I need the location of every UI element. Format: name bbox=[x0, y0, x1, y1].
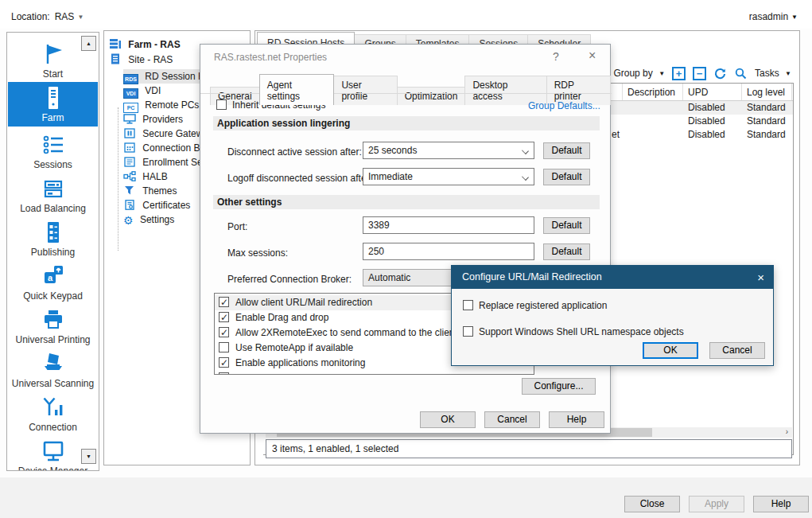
tree-item-label: Farm - RAS bbox=[128, 39, 180, 50]
log-level-cell: Standard bbox=[742, 128, 792, 142]
tab-user-profile[interactable]: User profile bbox=[333, 76, 397, 105]
default-button[interactable]: Default bbox=[543, 169, 590, 185]
tree-item-remote-pcs[interactable]: PC Remote PCs bbox=[123, 98, 199, 112]
scanner-icon bbox=[8, 351, 98, 376]
plus-icon[interactable]: + bbox=[672, 67, 686, 80]
checkbox-label: Support Windows Shell URL namespace obje… bbox=[479, 326, 684, 337]
dialog-title: Configure URL/Mail Redirection bbox=[462, 271, 602, 282]
tree-item-halb[interactable]: HALB bbox=[123, 169, 168, 184]
sidebar-item-quick-keypad[interactable]: a Quick Keypad bbox=[8, 260, 98, 304]
refresh-icon[interactable] bbox=[713, 67, 727, 80]
checkbox-icon[interactable] bbox=[219, 297, 229, 307]
enrollment-server-icon bbox=[123, 157, 136, 167]
ok-button[interactable]: OK bbox=[643, 342, 698, 359]
description-cell bbox=[623, 101, 683, 115]
tasks-dropdown[interactable]: Tasks ▼ bbox=[755, 68, 791, 79]
sidebar-item-label: Farm bbox=[8, 112, 98, 123]
user-menu[interactable]: rasadmin▼ bbox=[749, 11, 798, 22]
list-item-partial[interactable] bbox=[215, 371, 534, 375]
cancel-button[interactable]: Cancel bbox=[484, 411, 540, 428]
checkbox-icon[interactable] bbox=[463, 300, 473, 310]
tree-item-themes[interactable]: Themes bbox=[123, 184, 177, 198]
connection-broker-icon bbox=[123, 142, 136, 153]
sessions-list-icon bbox=[8, 132, 98, 158]
tab-agent-settings[interactable]: Agent settings bbox=[259, 74, 335, 105]
sidebar-item-label: Sessions bbox=[8, 159, 98, 170]
tree-item-certificates[interactable]: Certificates bbox=[123, 198, 190, 212]
scroll-right-icon[interactable]: › bbox=[782, 427, 792, 438]
sidebar-item-sessions[interactable]: Sessions bbox=[8, 129, 98, 173]
help-button[interactable]: Help bbox=[753, 496, 809, 512]
option-label: Use RemoteApp if available bbox=[235, 342, 353, 353]
site-server-icon bbox=[109, 53, 122, 64]
properties-dialog: RAS.rastest.net Properties ? × General A… bbox=[200, 44, 611, 434]
port-input[interactable]: 3389 bbox=[363, 216, 534, 234]
tree-item-farm-root[interactable]: Farm - RAS bbox=[109, 37, 181, 52]
sidebar-item-label: Universal Printing bbox=[8, 334, 98, 345]
help-button[interactable]: Help bbox=[549, 411, 604, 428]
checkbox-icon[interactable] bbox=[219, 372, 229, 375]
default-button[interactable]: Default bbox=[543, 217, 590, 234]
publishing-checklist-icon bbox=[8, 220, 98, 245]
sidebar-item-publishing[interactable]: Publishing bbox=[8, 216, 98, 260]
field-label: Disconnect active session after: bbox=[227, 146, 362, 158]
close-icon[interactable]: × bbox=[757, 266, 764, 289]
replace-registered-application-checkbox[interactable]: Replace registered application bbox=[463, 300, 607, 313]
themes-funnel-icon bbox=[123, 185, 136, 196]
tree-item-vdi[interactable]: VDI VDI bbox=[123, 84, 161, 98]
group-defaults-link[interactable]: Group Defaults... bbox=[528, 100, 600, 111]
tab-optimization[interactable]: Optimization bbox=[397, 87, 466, 105]
disconnect-after-combobox[interactable]: 25 seconds bbox=[363, 142, 534, 159]
apply-button: Apply bbox=[689, 496, 744, 512]
sidebar-item-universal-printing[interactable]: Universal Printing bbox=[8, 304, 98, 348]
sidebar-scroll-up-button[interactable]: ▲ bbox=[81, 36, 96, 51]
ok-button[interactable]: OK bbox=[420, 411, 476, 428]
category-sidebar: ▲ ▼ Start Farm Sessions Load Balancing bbox=[6, 32, 99, 471]
tree-item-providers[interactable]: Providers bbox=[123, 112, 183, 127]
svg-text:a: a bbox=[47, 273, 52, 282]
sidebar-scroll-down-button[interactable]: ▼ bbox=[81, 449, 96, 464]
checkbox-icon[interactable] bbox=[219, 357, 229, 368]
minus-icon[interactable]: − bbox=[693, 67, 706, 80]
close-icon[interactable]: × bbox=[589, 49, 596, 63]
checkbox-icon[interactable] bbox=[219, 312, 229, 322]
max-sessions-input[interactable]: 250 bbox=[363, 243, 534, 260]
checkbox-icon[interactable] bbox=[463, 326, 473, 337]
option-label: Allow 2XRemoteExec to send command to th… bbox=[235, 327, 457, 338]
table-header-log-level[interactable]: Log level bbox=[742, 84, 792, 100]
status-bar: 3 items, 1 enabled, 1 selected bbox=[266, 439, 792, 458]
tree-item-label: Remote PCs bbox=[145, 99, 199, 111]
option-label: Allow client URL/Mail redirection bbox=[235, 297, 372, 308]
tree-item-site[interactable]: Site - RAS bbox=[109, 53, 173, 67]
logoff-after-combobox[interactable]: Immediate bbox=[363, 168, 534, 185]
load-balancing-icon bbox=[8, 176, 98, 201]
table-header-description[interactable]: Description bbox=[623, 84, 683, 100]
farm-layers-icon bbox=[109, 38, 122, 49]
location-selector[interactable]: Location:RAS▼ bbox=[11, 11, 84, 22]
tree-item-label: Settings bbox=[140, 214, 174, 225]
group-by-dropdown[interactable]: Group by ▼ bbox=[613, 68, 665, 79]
configure-button[interactable]: Configure... bbox=[522, 378, 596, 395]
default-button[interactable]: Default bbox=[543, 142, 590, 159]
sidebar-item-connection[interactable]: Connection bbox=[8, 391, 98, 435]
checkbox-icon[interactable] bbox=[219, 327, 229, 337]
sidebar-item-label: Connection bbox=[8, 422, 98, 433]
log-level-cell: Standard bbox=[742, 101, 792, 115]
sidebar-item-farm[interactable]: Farm bbox=[8, 82, 98, 127]
ras-console-window: Location:RAS▼ rasadmin▼ ▲ ▼ Start Farm S… bbox=[0, 0, 812, 518]
checkbox-icon[interactable] bbox=[219, 342, 229, 352]
table-header-upd[interactable]: UPD bbox=[683, 84, 742, 100]
default-button[interactable]: Default bbox=[543, 243, 590, 260]
search-icon[interactable] bbox=[734, 67, 748, 80]
close-button[interactable]: Close bbox=[624, 496, 680, 512]
tree-item-settings[interactable]: ⚙ Settings bbox=[123, 212, 174, 227]
support-shell-url-namespace-checkbox[interactable]: Support Windows Shell URL namespace obje… bbox=[463, 326, 684, 339]
upd-cell: Disabled bbox=[683, 128, 742, 142]
sidebar-item-universal-scanning[interactable]: Universal Scanning bbox=[8, 348, 98, 391]
description-cell bbox=[623, 128, 683, 142]
help-icon[interactable]: ? bbox=[553, 50, 559, 63]
checkbox-icon[interactable] bbox=[216, 99, 227, 110]
sidebar-item-load-balancing[interactable]: Load Balancing bbox=[8, 173, 98, 216]
sidebar-item-label: Device Manager bbox=[8, 465, 98, 471]
cancel-button[interactable]: Cancel bbox=[709, 342, 765, 359]
